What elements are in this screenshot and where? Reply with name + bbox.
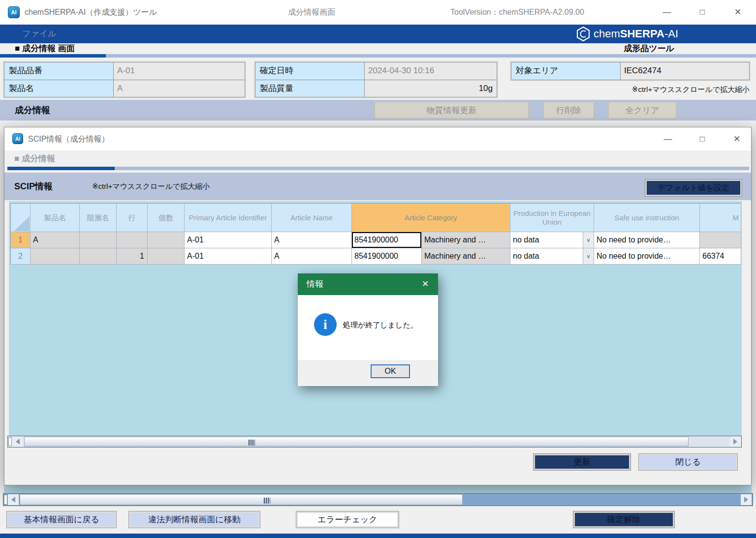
cell-hierarchy[interactable] <box>80 232 117 248</box>
scrollbar-grip <box>249 440 255 446</box>
area-group: 対象エリア IEC62474 <box>511 62 750 80</box>
scip-tab-underline <box>7 167 749 170</box>
cell-category-code[interactable]: 8541900000 <box>352 248 422 265</box>
scroll-right-arrow[interactable] <box>741 494 752 505</box>
cell-article-name[interactable]: A <box>272 232 352 248</box>
scip-section-title: SCIP情報 <box>14 173 53 200</box>
scip-close-window-button[interactable]: 閉じる <box>639 454 737 470</box>
combobox-value: no data <box>510 248 583 264</box>
scip-close-button[interactable]: ✕ <box>728 127 745 150</box>
info-dialog: 情報 ✕ i 処理が終了しました。 OK <box>298 273 438 386</box>
scrollbar-splitter-box[interactable] <box>4 495 7 505</box>
hexagon-logo-icon <box>575 26 592 42</box>
unfix-button[interactable]: 確定解除 <box>573 511 674 528</box>
cell-row[interactable]: 1 <box>117 248 148 265</box>
target-area-label: 対象エリア <box>511 62 621 80</box>
cell-row[interactable] <box>117 232 148 248</box>
corner-triangle <box>14 216 30 231</box>
cell-primary-article-identifier[interactable]: A-01 <box>185 248 272 265</box>
scrollbar-thumb[interactable] <box>20 494 463 505</box>
col-header-product: 製品名 <box>31 204 80 232</box>
cell-category-desc[interactable]: Machinery and … <box>422 232 510 248</box>
window-title: chemSHERPA-AI（作成支援）ツール <box>25 0 157 25</box>
cell-count[interactable] <box>148 248 185 265</box>
cell-category-desc[interactable]: Machinery and … <box>422 248 510 265</box>
scroll-left-arrow[interactable] <box>12 437 23 447</box>
logo-text-sherpa: SHERPA <box>620 28 664 40</box>
row-header[interactable]: 1 <box>11 232 31 248</box>
left-triangle-icon <box>11 497 15 503</box>
tab-underline-active <box>0 54 106 58</box>
close-button[interactable]: ✕ <box>729 0 746 25</box>
scip-horizontal-scrollbar[interactable] <box>7 436 742 448</box>
cell-material[interactable]: 66374 <box>700 248 741 265</box>
cell-product[interactable]: A <box>31 232 80 248</box>
cell-production-combobox[interactable]: no data ∨ <box>510 232 594 248</box>
zoom-hint-note: ※ctrl+マウススクロールで拡大縮小 <box>511 85 750 94</box>
scip-section-band: SCIP情報 ※ctrl+マウススクロールで拡大縮小 デフォルト値を設定 <box>4 173 751 200</box>
dialog-close-button[interactable]: ✕ <box>415 273 435 295</box>
select-all-corner-cell[interactable] <box>11 204 31 232</box>
app-icon-label: AI <box>11 9 17 15</box>
cell-material[interactable] <box>700 232 741 248</box>
cell-safe-use[interactable]: No need to provide… <box>594 232 700 248</box>
chevron-down-icon[interactable]: ∨ <box>583 248 594 264</box>
target-area-value: IEC62474 <box>621 62 749 80</box>
substance-update-button[interactable]: 物質情報更新 <box>374 101 529 119</box>
scip-tab-composition[interactable]: ■ 成分情報 <box>14 150 55 167</box>
scip-maximize-button[interactable]: □ <box>694 127 711 150</box>
mass-value: 10g <box>365 80 497 97</box>
composition-title: 成分情報 <box>15 100 50 120</box>
scroll-left-arrow[interactable] <box>8 494 19 505</box>
composition-band: 成分情報 物質情報更新 行削除 全クリア <box>0 100 756 120</box>
cell-primary-article-identifier[interactable]: A-01 <box>185 232 272 248</box>
scip-tab-underline-active <box>7 167 115 170</box>
info-icon: i <box>314 313 337 336</box>
cell-safe-use[interactable]: No need to provide… <box>594 248 700 265</box>
scip-window-title: SCIP情報（成分情報） <box>28 127 109 150</box>
scroll-right-arrow[interactable] <box>730 437 741 447</box>
cell-category-code-selected[interactable]: 8541900000 <box>352 232 422 248</box>
main-table-strip <box>4 485 752 493</box>
app-icon: AI <box>8 6 20 18</box>
move-to-compliance-button[interactable]: 違法判断情報画面に移動 <box>129 511 260 528</box>
cell-production-combobox[interactable]: no data ∨ <box>510 248 594 265</box>
form-row: 確定日時 2024-04-30 10:16 <box>255 62 497 80</box>
product-id-group: 製品品番 A-01 製品名 A <box>4 62 245 97</box>
minimize-button[interactable]: — <box>659 0 675 25</box>
scip-app-icon: AI <box>12 133 23 144</box>
maximize-button[interactable]: □ <box>694 0 711 25</box>
form-row: 製品名 A <box>4 80 245 97</box>
tab-composition-screen[interactable]: ■ 成分情報 画面 <box>15 43 75 54</box>
cell-article-name[interactable]: A <box>272 248 352 265</box>
logo-text-chem: chem <box>594 28 620 40</box>
cell-product[interactable] <box>31 248 80 265</box>
main-horizontal-scrollbar[interactable] <box>3 493 753 506</box>
delete-row-button[interactable]: 行削除 <box>543 101 595 119</box>
ok-button[interactable]: OK <box>371 364 410 378</box>
chemsherpa-logo: chemSHERPA-AI <box>575 25 678 43</box>
date-mass-group: 確定日時 2024-04-30 10:16 製品質量 10g <box>255 62 497 97</box>
clear-all-button[interactable]: 全クリア <box>608 101 677 119</box>
col-header-row: 行 <box>117 204 148 232</box>
col-header-production-eu: Production in European Union <box>510 204 594 232</box>
scrollbar-splitter-box[interactable] <box>8 437 12 446</box>
back-to-basic-info-button[interactable]: 基本情報画面に戻る <box>7 511 116 528</box>
mass-label: 製品質量 <box>255 80 365 97</box>
cell-count[interactable] <box>148 232 185 248</box>
scip-minimize-button[interactable]: — <box>660 127 676 150</box>
cell-hierarchy[interactable] <box>80 248 117 265</box>
tool-type-label: 成形品ツール <box>624 43 674 54</box>
table-row: 2 1 A-01 A 8541900000 Machinery and … no… <box>11 248 741 265</box>
scrollbar-thumb[interactable] <box>24 437 689 447</box>
row-header[interactable]: 2 <box>11 248 31 265</box>
combobox-value: no data <box>510 232 583 248</box>
tab-underline <box>0 54 756 58</box>
chevron-down-icon[interactable]: ∨ <box>583 232 594 248</box>
error-check-button[interactable]: エラーチェック <box>296 511 399 528</box>
dialog-body: i 処理が終了しました。 <box>298 295 438 360</box>
menu-item-file[interactable]: ファイル <box>22 25 57 43</box>
update-button[interactable]: 更新 <box>534 454 630 470</box>
set-default-button[interactable]: デフォルト値を設定 <box>645 179 742 196</box>
form-row: 対象エリア IEC62474 <box>511 62 749 80</box>
